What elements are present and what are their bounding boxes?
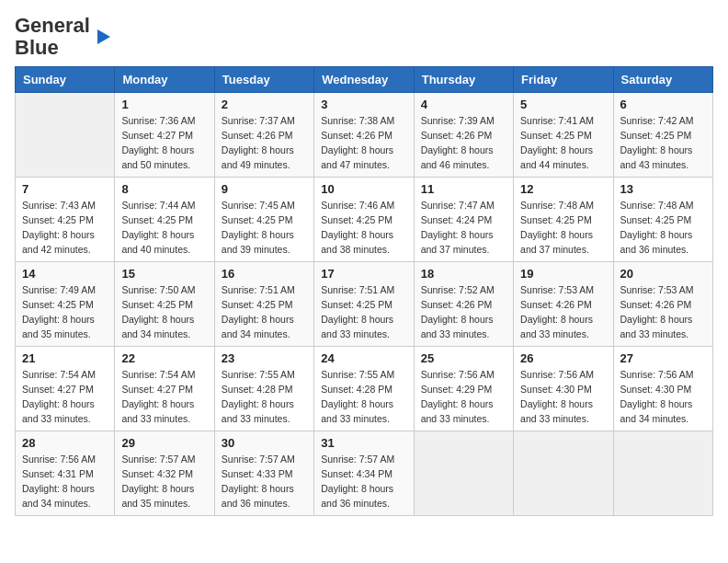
day-number: 20 [620, 267, 706, 281]
calendar-cell: 9Sunrise: 7:45 AM Sunset: 4:25 PM Daylig… [214, 178, 313, 262]
day-info: Sunrise: 7:51 AM Sunset: 4:25 PM Dayligh… [321, 283, 406, 341]
day-number: 28 [22, 436, 108, 450]
page-header: General Blue [15, 15, 713, 59]
day-info: Sunrise: 7:39 AM Sunset: 4:26 PM Dayligh… [421, 114, 506, 172]
calendar-cell [16, 93, 115, 178]
day-number: 29 [121, 436, 207, 450]
day-info: Sunrise: 7:36 AM Sunset: 4:27 PM Dayligh… [121, 114, 207, 172]
calendar-cell: 17Sunrise: 7:51 AM Sunset: 4:25 PM Dayli… [314, 262, 414, 347]
calendar-header: SundayMondayTuesdayWednesdayThursdayFrid… [16, 67, 713, 93]
calendar-cell: 21Sunrise: 7:54 AM Sunset: 4:27 PM Dayli… [16, 347, 115, 431]
logo: General Blue [15, 15, 112, 59]
calendar-cell: 15Sunrise: 7:50 AM Sunset: 4:25 PM Dayli… [115, 262, 214, 347]
calendar-cell: 25Sunrise: 7:56 AM Sunset: 4:29 PM Dayli… [414, 347, 513, 431]
calendar-cell: 23Sunrise: 7:55 AM Sunset: 4:28 PM Dayli… [214, 347, 313, 431]
calendar-week-row: 14Sunrise: 7:49 AM Sunset: 4:25 PM Dayli… [16, 262, 713, 347]
day-info: Sunrise: 7:44 AM Sunset: 4:25 PM Dayligh… [121, 199, 207, 257]
calendar-cell: 20Sunrise: 7:53 AM Sunset: 4:26 PM Dayli… [613, 262, 712, 347]
calendar-cell: 11Sunrise: 7:47 AM Sunset: 4:24 PM Dayli… [414, 178, 513, 262]
day-info: Sunrise: 7:52 AM Sunset: 4:26 PM Dayligh… [421, 283, 506, 341]
day-header-wednesday: Wednesday [314, 67, 414, 93]
day-info: Sunrise: 7:56 AM Sunset: 4:30 PM Dayligh… [520, 368, 606, 426]
day-info: Sunrise: 7:54 AM Sunset: 4:27 PM Dayligh… [121, 368, 207, 426]
calendar-cell [514, 431, 613, 516]
day-number: 9 [222, 182, 307, 196]
day-number: 8 [121, 182, 207, 196]
day-number: 12 [520, 182, 606, 196]
day-number: 23 [222, 351, 307, 365]
day-info: Sunrise: 7:51 AM Sunset: 4:25 PM Dayligh… [222, 283, 307, 341]
calendar-cell: 3Sunrise: 7:38 AM Sunset: 4:26 PM Daylig… [314, 93, 414, 178]
day-number: 6 [620, 98, 706, 111]
calendar-cell: 7Sunrise: 7:43 AM Sunset: 4:25 PM Daylig… [16, 178, 115, 262]
day-info: Sunrise: 7:57 AM Sunset: 4:34 PM Dayligh… [321, 453, 406, 511]
calendar-cell: 8Sunrise: 7:44 AM Sunset: 4:25 PM Daylig… [115, 178, 214, 262]
calendar-table: SundayMondayTuesdayWednesdayThursdayFrid… [15, 66, 713, 516]
calendar-cell [414, 431, 513, 516]
calendar-cell: 4Sunrise: 7:39 AM Sunset: 4:26 PM Daylig… [414, 93, 513, 178]
day-number: 5 [520, 98, 606, 111]
calendar-cell: 22Sunrise: 7:54 AM Sunset: 4:27 PM Dayli… [115, 347, 214, 431]
calendar-cell: 24Sunrise: 7:55 AM Sunset: 4:28 PM Dayli… [314, 347, 414, 431]
day-number: 3 [321, 98, 406, 111]
calendar-cell: 28Sunrise: 7:56 AM Sunset: 4:31 PM Dayli… [16, 431, 115, 516]
day-info: Sunrise: 7:56 AM Sunset: 4:31 PM Dayligh… [22, 453, 108, 511]
day-header-sunday: Sunday [16, 67, 115, 93]
day-header-saturday: Saturday [613, 67, 712, 93]
day-info: Sunrise: 7:53 AM Sunset: 4:26 PM Dayligh… [620, 283, 706, 341]
calendar-cell: 14Sunrise: 7:49 AM Sunset: 4:25 PM Dayli… [16, 262, 115, 347]
day-info: Sunrise: 7:55 AM Sunset: 4:28 PM Dayligh… [321, 368, 406, 426]
day-info: Sunrise: 7:47 AM Sunset: 4:24 PM Dayligh… [421, 199, 506, 257]
day-info: Sunrise: 7:57 AM Sunset: 4:33 PM Dayligh… [222, 453, 307, 511]
calendar-cell: 13Sunrise: 7:48 AM Sunset: 4:25 PM Dayli… [613, 178, 712, 262]
day-number: 31 [321, 436, 406, 450]
calendar-body: 1Sunrise: 7:36 AM Sunset: 4:27 PM Daylig… [16, 93, 713, 516]
day-info: Sunrise: 7:38 AM Sunset: 4:26 PM Dayligh… [321, 114, 406, 172]
day-info: Sunrise: 7:46 AM Sunset: 4:25 PM Dayligh… [321, 199, 406, 257]
day-number: 1 [121, 98, 207, 111]
day-number: 21 [22, 351, 108, 365]
day-headers-row: SundayMondayTuesdayWednesdayThursdayFrid… [16, 67, 713, 93]
logo-blue: Blue [15, 36, 59, 59]
day-info: Sunrise: 7:41 AM Sunset: 4:25 PM Dayligh… [520, 114, 606, 172]
day-number: 25 [421, 351, 506, 365]
calendar-cell: 27Sunrise: 7:56 AM Sunset: 4:30 PM Dayli… [613, 347, 712, 431]
calendar-cell: 31Sunrise: 7:57 AM Sunset: 4:34 PM Dayli… [314, 431, 414, 516]
day-number: 26 [520, 351, 606, 365]
day-number: 19 [520, 267, 606, 281]
calendar-cell: 2Sunrise: 7:37 AM Sunset: 4:26 PM Daylig… [214, 93, 313, 178]
day-info: Sunrise: 7:37 AM Sunset: 4:26 PM Dayligh… [222, 114, 307, 172]
day-info: Sunrise: 7:45 AM Sunset: 4:25 PM Dayligh… [222, 199, 307, 257]
day-number: 14 [22, 267, 108, 281]
day-info: Sunrise: 7:50 AM Sunset: 4:25 PM Dayligh… [121, 283, 207, 341]
calendar-cell: 16Sunrise: 7:51 AM Sunset: 4:25 PM Dayli… [214, 262, 313, 347]
day-number: 15 [121, 267, 207, 281]
day-number: 7 [22, 182, 108, 196]
calendar-cell: 5Sunrise: 7:41 AM Sunset: 4:25 PM Daylig… [514, 93, 613, 178]
calendar-week-row: 21Sunrise: 7:54 AM Sunset: 4:27 PM Dayli… [16, 347, 713, 431]
logo-arrow-icon [94, 28, 112, 46]
day-header-monday: Monday [115, 67, 214, 93]
day-number: 11 [421, 182, 506, 196]
logo-general: General [15, 14, 90, 37]
day-info: Sunrise: 7:48 AM Sunset: 4:25 PM Dayligh… [520, 199, 606, 257]
day-number: 27 [620, 351, 706, 365]
day-info: Sunrise: 7:53 AM Sunset: 4:26 PM Dayligh… [520, 283, 606, 341]
calendar-week-row: 7Sunrise: 7:43 AM Sunset: 4:25 PM Daylig… [16, 178, 713, 262]
svg-marker-0 [97, 29, 110, 44]
day-info: Sunrise: 7:49 AM Sunset: 4:25 PM Dayligh… [22, 283, 108, 341]
day-info: Sunrise: 7:48 AM Sunset: 4:25 PM Dayligh… [620, 199, 706, 257]
calendar-cell: 6Sunrise: 7:42 AM Sunset: 4:25 PM Daylig… [613, 93, 712, 178]
calendar-cell: 26Sunrise: 7:56 AM Sunset: 4:30 PM Dayli… [514, 347, 613, 431]
day-info: Sunrise: 7:42 AM Sunset: 4:25 PM Dayligh… [620, 114, 706, 172]
day-header-tuesday: Tuesday [214, 67, 313, 93]
day-number: 24 [321, 351, 406, 365]
day-header-thursday: Thursday [414, 67, 513, 93]
day-number: 22 [121, 351, 207, 365]
day-info: Sunrise: 7:43 AM Sunset: 4:25 PM Dayligh… [22, 199, 108, 257]
day-number: 4 [421, 98, 506, 111]
day-info: Sunrise: 7:57 AM Sunset: 4:32 PM Dayligh… [121, 453, 207, 511]
calendar-cell [613, 431, 712, 516]
day-info: Sunrise: 7:56 AM Sunset: 4:29 PM Dayligh… [421, 368, 506, 426]
day-number: 17 [321, 267, 406, 281]
